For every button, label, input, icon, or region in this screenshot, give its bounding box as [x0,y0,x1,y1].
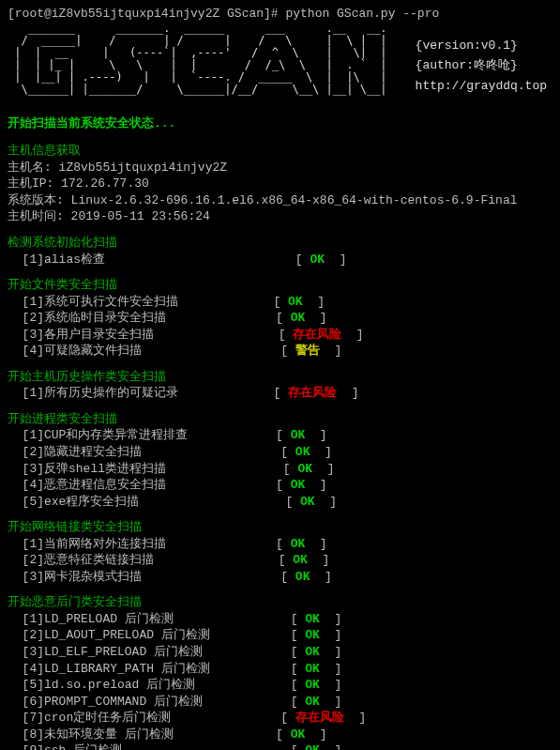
status-text: OK [305,743,320,750]
scan-item-label: [1]系统可执行文件安全扫描 [8,295,273,309]
status-text: OK [305,678,320,692]
scan-item-label: [4]LD_LIBRARY_PATH 后门检测 [8,662,291,676]
url-text: http://grayddq.top [416,78,547,95]
bracket-close: ] [310,570,331,584]
host-time-line: 主机时间: 2019-05-11 23:56:24 [8,208,552,225]
bracket-close: ] [315,495,337,509]
scan-item-row: [6]PROMPT_COMMAND 后门检测 [ OK ] [8,694,552,711]
scan-item-label: [9]ssh 后门检测 [8,743,291,750]
scan-item-row: [1]alias检查 [ OK ] [8,252,552,268]
scan-item-label: [3]LD_ELF_PRELOAD 后门检测 [8,645,291,659]
scan-item-row: [2]恶意特征类链接扫描 [ OK ] [8,552,552,569]
scan-item-row: [1]LD_PRELOAD 后门检测 [ OK ] [8,611,552,628]
status-text: OK [291,478,306,492]
version-text: {version:v0.1} [416,38,547,54]
scan-item-label: [5]exe程序安全扫描 [8,495,285,509]
bracket-close: ] [308,553,329,567]
scan-item-label: [3]各用户目录安全扫描 [8,328,279,342]
bracket-open: [ [276,727,291,742]
scan-item-label: [2]隐藏进程安全扫描 [8,445,280,459]
bracket-open: [ [283,462,298,476]
bracket-open: [ [279,328,294,342]
scan-item-row: [5]exe程序安全扫描 [ OK ] [8,494,552,511]
bracket-close: ] [344,711,366,725]
bracket-open: [ [291,678,306,692]
bracket-open: [ [295,253,310,267]
scan-item-row: [2]系统临时目录安全扫描 [ OK ] [8,310,552,327]
bracket-close: ] [320,628,341,642]
scan-item-label: [3]网卡混杂模式扫描 [8,570,280,584]
scan-item-label: [2]恶意特征类链接扫描 [8,553,279,567]
bracket-close: ] [305,428,326,442]
status-text: 存在风险 [293,328,341,342]
bracket-open: [ [291,628,306,642]
bracket-open: [ [276,478,291,492]
bracket-close: ] [320,344,341,358]
status-text: OK [300,495,315,509]
bracket-open: [ [279,553,294,567]
section-header: 开始文件类安全扫描 [8,277,552,294]
scan-item-label: [5]ld.so.preload 后门检测 [8,678,291,692]
scan-sections: 检测系统初始化扫描 [1]alias检查 [ OK ]开始文件类安全扫描 [1]… [8,235,552,750]
bracket-open: [ [280,570,295,584]
scan-item-label: [1]当前网络对外连接扫描 [8,537,276,551]
bracket-close: ] [320,612,341,626]
section-header: 开始主机历史操作类安全扫描 [8,369,552,386]
status-text: OK [288,295,303,309]
bracket-close: ] [320,662,341,676]
scan-item-row: [4]恶意进程信息安全扫描 [ OK ] [8,477,552,494]
status-text: OK [291,311,306,325]
status-text: OK [310,253,325,267]
bracket-close: ] [320,645,341,659]
status-text: OK [305,662,320,676]
bracket-open: [ [291,645,306,659]
status-text: OK [305,628,320,642]
status-text: OK [305,645,320,659]
status-text: OK [295,570,310,584]
host-sysver-line: 系统版本: Linux-2.6.32-696.16.1.el6.x86_64-x… [8,192,552,209]
scan-item-label: [1]alias检查 [8,253,295,267]
banner-meta: {version:v0.1} {author:咚咚呛} http://grayd… [416,23,547,97]
scan-item-label: [8]未知环境变量 后门检测 [8,727,276,742]
start-scan-heading: 开始扫描当前系统安全状态... [8,115,552,132]
scan-item-row: [2]隐藏进程安全扫描 [ OK ] [8,444,552,461]
scan-item-row: [1]当前网络对外连接扫描 [ OK ] [8,536,552,553]
section-header: 开始网络链接类安全扫描 [8,519,552,536]
host-name-line: 主机名: iZ8vb55ijtquxpi4injvy2Z [8,160,552,176]
status-text: OK [305,612,320,626]
scan-item-row: [8]未知环境变量 后门检测 [ OK ] [8,727,552,743]
status-text: 警告 [295,344,320,358]
bracket-close: ] [337,386,358,400]
scan-item-label: [3]反弹shell类进程扫描 [8,462,283,476]
bracket-open: [ [276,311,291,325]
bracket-open: [ [276,428,291,442]
bracket-close: ] [310,445,331,459]
status-text: OK [293,553,308,567]
host-info-block: 主机信息获取 主机名: iZ8vb55ijtquxpi4injvy2Z 主机IP… [8,143,552,225]
bracket-close: ] [320,743,341,750]
bracket-open: [ [291,662,306,676]
status-text: OK [295,445,310,459]
shell-prompt-line: [root@iZ8vb55ijtquxpi4injvy2Z GScan]# py… [8,6,552,23]
section-header: 开始进程类安全扫描 [8,411,552,428]
host-ip-line: 主机IP: 172.26.77.30 [8,176,552,192]
scan-item-label: [2]LD_AOUT_PRELOAD 后门检测 [8,628,291,642]
bracket-close: ] [303,295,325,309]
bracket-close: ] [305,727,326,742]
host-header: 主机信息获取 [8,143,552,160]
scan-item-label: [7]cron定时任务后门检测 [8,711,280,725]
author-text: {author:咚咚呛} [416,57,547,74]
scan-item-label: [1]LD_PRELOAD 后门检测 [8,612,291,626]
status-text: OK [297,462,312,476]
scan-item-row: [7]cron定时任务后门检测 [ 存在风险 ] [8,710,552,727]
status-text: 存在风险 [288,386,337,400]
bracket-open: [ [285,495,300,509]
section-header: 开始恶意后门类安全扫描 [8,594,552,611]
status-text: OK [291,428,306,442]
bracket-open: [ [273,295,288,309]
banner-row: _______ _______. ______ ___ .__ __. / __… [8,23,552,97]
status-text: OK [291,727,306,742]
bracket-open: [ [291,695,306,709]
scan-item-label: [4]恶意进程信息安全扫描 [8,478,276,492]
scan-item-row: [5]ld.so.preload 后门检测 [ OK ] [8,677,552,694]
